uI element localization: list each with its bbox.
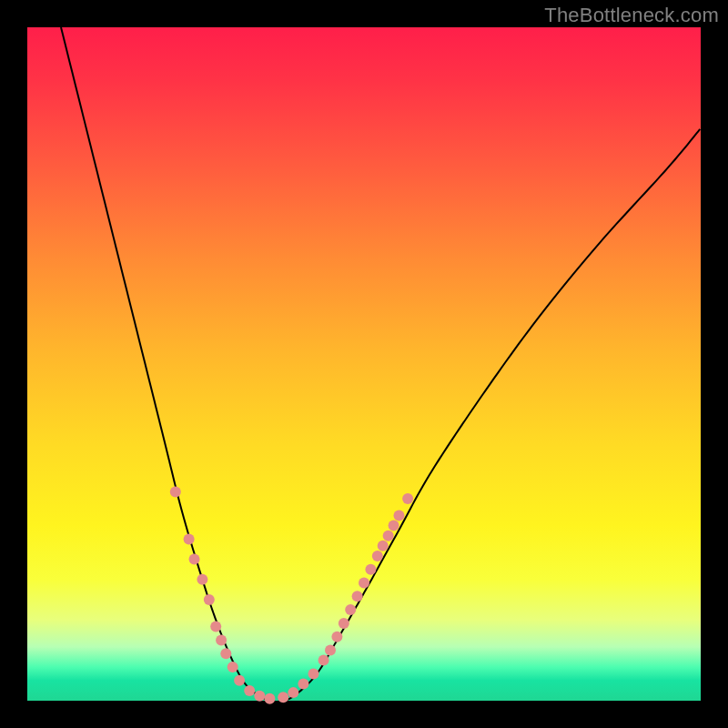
data-dot: [365, 564, 376, 575]
dots-layer: [170, 487, 413, 704]
data-dot: [389, 521, 399, 531]
data-dot: [393, 511, 404, 521]
data-dot: [345, 604, 356, 615]
data-dot: [325, 645, 336, 656]
data-dot: [184, 533, 195, 544]
data-dot: [288, 687, 298, 698]
data-dot: [378, 541, 389, 551]
data-dot: [278, 692, 288, 703]
data-dot: [318, 655, 329, 666]
data-dot: [189, 554, 200, 565]
data-dot: [331, 632, 342, 642]
data-dot: [197, 574, 207, 585]
data-dot: [298, 679, 308, 690]
data-dot: [352, 591, 363, 602]
data-dot: [204, 594, 215, 605]
data-dot: [234, 675, 245, 686]
data-dot: [244, 685, 255, 696]
data-dot: [228, 662, 238, 672]
data-dot: [402, 493, 413, 504]
data-dot: [383, 531, 394, 541]
data-dot: [359, 578, 369, 589]
data-dot: [339, 618, 349, 629]
data-dot: [170, 487, 181, 498]
data-dot: [254, 691, 265, 702]
data-dot: [220, 648, 231, 659]
bottleneck-curve: [61, 27, 700, 702]
data-dot: [210, 622, 221, 632]
plot-area: [27, 27, 701, 701]
curve-layer: [61, 27, 700, 702]
data-dot: [264, 693, 275, 704]
watermark-text: TheBottleneck.com: [544, 4, 719, 27]
data-dot: [216, 634, 227, 645]
data-dot: [308, 668, 319, 679]
data-dot: [372, 551, 383, 561]
outer-frame: TheBottleneck.com: [0, 0, 728, 728]
chart-svg: [27, 27, 701, 701]
